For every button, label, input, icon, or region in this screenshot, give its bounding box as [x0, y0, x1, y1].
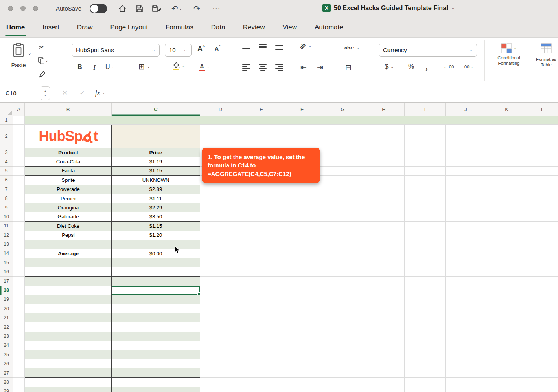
cell-F7[interactable]: [282, 185, 322, 194]
font-color-button[interactable]: A ⌄: [199, 63, 210, 71]
cell-C11[interactable]: $1.15: [112, 222, 200, 231]
cell-A7[interactable]: [13, 185, 25, 194]
cell-I13[interactable]: [405, 240, 446, 249]
cell-L10[interactable]: [527, 212, 558, 222]
cell-I29[interactable]: [405, 387, 446, 392]
cell-D24[interactable]: [200, 341, 241, 350]
column-header-F[interactable]: F: [282, 103, 322, 116]
cell-L24[interactable]: [527, 341, 558, 350]
cell-D25[interactable]: [200, 350, 241, 359]
row-header-20[interactable]: 20: [0, 304, 13, 313]
row-header-11[interactable]: 11: [0, 222, 13, 231]
cell-I27[interactable]: [405, 368, 446, 377]
cell-B23[interactable]: [25, 332, 112, 341]
cell-A14[interactable]: [13, 249, 25, 258]
increase-decimal-button[interactable]: ←.00: [444, 64, 454, 69]
cell-L9[interactable]: [527, 203, 558, 212]
cell-C8[interactable]: $1.11: [112, 194, 200, 203]
cell-I9[interactable]: [405, 203, 446, 212]
cell-J18[interactable]: [446, 286, 486, 295]
increase-indent-button[interactable]: ⇥: [317, 64, 323, 71]
autosave-toggle[interactable]: [90, 4, 107, 13]
cell-H27[interactable]: [363, 368, 405, 377]
cell-D7[interactable]: [200, 185, 241, 194]
cell-E10[interactable]: [241, 212, 282, 222]
cell-F16[interactable]: [282, 267, 322, 277]
cell-E13[interactable]: [241, 240, 282, 249]
cell-I5[interactable]: [405, 167, 446, 176]
conditional-formatting-button[interactable]: ⌄ Conditional Formatting: [490, 41, 528, 81]
cell-A24[interactable]: [13, 341, 25, 350]
borders-button[interactable]: ⊞ ⌄: [138, 63, 150, 70]
cell-A12[interactable]: [13, 231, 25, 240]
cell-J12[interactable]: [446, 231, 486, 240]
paste-button[interactable]: ⌄ Paste: [7, 41, 30, 80]
cell-G16[interactable]: [322, 267, 363, 277]
cell-F25[interactable]: [282, 350, 322, 359]
cell-C10[interactable]: $3.50: [112, 212, 200, 222]
cell-I21[interactable]: [405, 313, 446, 322]
cell-B7[interactable]: Powerade: [25, 185, 112, 194]
align-middle-button[interactable]: [259, 44, 267, 50]
cell-F12[interactable]: [282, 231, 322, 240]
cell-K28[interactable]: [486, 378, 527, 387]
cell-L16[interactable]: [527, 267, 558, 277]
decrease-decimal-button[interactable]: .00→: [463, 64, 473, 69]
cell-A8[interactable]: [13, 194, 25, 203]
font-size-select[interactable]: 10 ⌄: [165, 44, 192, 57]
accounting-format-button[interactable]: $ ⌄: [385, 63, 394, 71]
cell-L13[interactable]: [527, 240, 558, 249]
column-header-J[interactable]: J: [446, 103, 486, 116]
cell-I22[interactable]: [405, 322, 446, 332]
tab-view[interactable]: View: [282, 24, 297, 31]
cell-A9[interactable]: [13, 203, 25, 212]
column-header-A[interactable]: A: [13, 103, 25, 116]
cell-D20[interactable]: [200, 304, 241, 313]
cell-E15[interactable]: [241, 258, 282, 267]
home-toolbar-button[interactable]: [118, 3, 127, 14]
cell-E23[interactable]: [241, 332, 282, 341]
row-header-1[interactable]: 1: [0, 116, 13, 125]
cell-D22[interactable]: [200, 322, 241, 332]
cell-E2[interactable]: [241, 125, 282, 148]
cell-B13[interactable]: [25, 240, 112, 249]
cell-L21[interactable]: [527, 313, 558, 322]
cell-D12[interactable]: [200, 231, 241, 240]
cell-I11[interactable]: [405, 222, 446, 231]
cell-L6[interactable]: [527, 176, 558, 185]
cell-G27[interactable]: [322, 368, 363, 377]
cell-F10[interactable]: [282, 212, 322, 222]
cell-K3[interactable]: [486, 148, 527, 157]
cell-L15[interactable]: [527, 258, 558, 267]
cell-B6[interactable]: Sprite: [25, 176, 112, 185]
cell-D23[interactable]: [200, 332, 241, 341]
row-header-2[interactable]: 2: [0, 125, 13, 148]
column-header-G[interactable]: G: [322, 103, 363, 116]
cell-H18[interactable]: [363, 286, 405, 295]
window-zoom-button[interactable]: [33, 6, 38, 11]
cell-L26[interactable]: [527, 359, 558, 368]
row-header-10[interactable]: 10: [0, 212, 13, 222]
cell-G18[interactable]: [322, 286, 363, 295]
text-orientation-button[interactable]: ab ⌄: [300, 43, 311, 49]
cell-L28[interactable]: [527, 378, 558, 387]
cell-F9[interactable]: [282, 203, 322, 212]
cell-C22[interactable]: [112, 322, 200, 332]
cell-G28[interactable]: [322, 378, 363, 387]
column-header-H[interactable]: H: [363, 103, 405, 116]
cell-G14[interactable]: [322, 249, 363, 258]
cell-G20[interactable]: [322, 304, 363, 313]
row-header-24[interactable]: 24: [0, 341, 13, 350]
cell-B24[interactable]: [25, 341, 112, 350]
cell-L11[interactable]: [527, 222, 558, 231]
cell-G5[interactable]: [322, 167, 363, 176]
cell-H24[interactable]: [363, 341, 405, 350]
cell-E27[interactable]: [241, 368, 282, 377]
cell-E26[interactable]: [241, 359, 282, 368]
row-header-17[interactable]: 17: [0, 277, 13, 286]
cell-L4[interactable]: [527, 157, 558, 166]
cell-D19[interactable]: [200, 295, 241, 304]
cell-C23[interactable]: [112, 332, 200, 341]
cell-I18[interactable]: [405, 286, 446, 295]
italic-button[interactable]: I: [91, 64, 98, 71]
